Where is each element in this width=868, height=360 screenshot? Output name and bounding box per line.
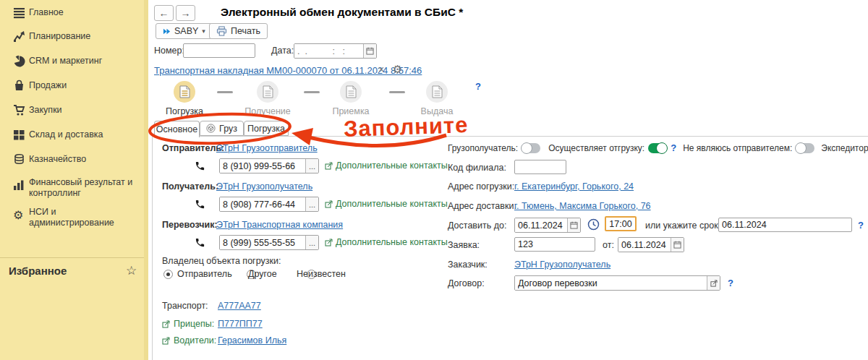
stepper-help-icon[interactable]: ?	[475, 81, 481, 92]
favorites-title: Избранное	[9, 265, 67, 277]
settings-gear-icon[interactable]: ⚙	[393, 63, 402, 76]
sidebar-item-label: Главное	[29, 7, 137, 18]
step-loading-icon[interactable]	[174, 81, 195, 103]
delivery-address-label: Адрес доставки:	[448, 201, 516, 211]
or-term-label: или укажите срок:	[645, 220, 720, 231]
receiver-label: Получатель:	[162, 181, 218, 192]
drivers-link[interactable]: Герасимов Илья	[218, 335, 286, 346]
carrier-contacts-link[interactable]: Дополнительные контакты	[336, 237, 448, 247]
receiver-link[interactable]: ЭТрН Грузополучатель	[216, 181, 312, 192]
owner-label: Владелец объекта погрузки:	[162, 256, 281, 266]
date-input-group	[294, 43, 377, 59]
or-term-input[interactable]	[718, 218, 852, 232]
ships-toggle[interactable]	[648, 143, 667, 153]
number-label: Номер:	[154, 46, 184, 56]
receiver-phone-input[interactable]	[220, 197, 305, 211]
contract-group	[514, 275, 720, 291]
radio-sender[interactable]	[163, 270, 173, 279]
calendar-icon[interactable]	[363, 44, 376, 58]
saby-icon	[163, 27, 171, 35]
request-number-input[interactable]	[514, 237, 595, 252]
carrier-link[interactable]: ЭТрН Транспортная компания	[216, 220, 343, 230]
consignee-toggle[interactable]	[522, 143, 540, 153]
tab-main[interactable]: Основное	[154, 121, 200, 137]
printer-icon	[216, 26, 227, 36]
tab-label: Основное	[156, 124, 197, 134]
gear-icon: ⚙	[13, 208, 25, 220]
receiver-contacts-link[interactable]: Дополнительные контакты	[336, 199, 448, 209]
sidebar-item-label: НСИ и администрирование	[29, 207, 137, 228]
sender-phone-input[interactable]	[220, 159, 305, 173]
contract-input[interactable]	[515, 276, 707, 290]
deliver-date-input[interactable]	[515, 218, 567, 232]
loading-address-link[interactable]: г. Екатеринбург, Горького, 24	[514, 181, 634, 192]
ellipsis-button[interactable]: ...	[305, 159, 318, 173]
saby-menu-button[interactable]: SABY ▾	[156, 23, 213, 39]
sidebar-item-label: Склад и доставка	[29, 129, 137, 140]
help-icon[interactable]: ?	[728, 278, 733, 288]
calendar-icon[interactable]	[567, 218, 580, 232]
step-receiving-icon[interactable]	[257, 81, 278, 103]
trailers-label-link[interactable]: Прицепы:	[174, 319, 214, 329]
divider	[0, 257, 148, 258]
phone-icon	[195, 199, 205, 210]
number-input[interactable]	[183, 43, 255, 58]
tab-loading[interactable]: Погрузка	[244, 121, 289, 136]
not-sender-toggle[interactable]	[796, 143, 814, 153]
coins-icon	[13, 153, 25, 166]
ellipsis-button[interactable]: ...	[305, 236, 318, 249]
drivers-label-link[interactable]: Водители:	[174, 335, 216, 346]
help-icon[interactable]: ?	[671, 142, 676, 153]
planning-icon	[13, 30, 25, 43]
saby-label: SABY	[174, 26, 198, 36]
clock-icon[interactable]	[587, 218, 600, 231]
phone-icon	[195, 160, 205, 171]
bar-chart-icon	[13, 179, 25, 192]
customer-link[interactable]: ЭТрН Грузополучатель	[514, 260, 610, 270]
transport-label: Транспорт:	[162, 301, 208, 311]
toggles-row: Грузополучатель: Осуществляет отгрузку: …	[448, 142, 866, 153]
ellipsis-button[interactable]: ...	[305, 197, 318, 211]
consignee-label: Грузополучатель:	[448, 143, 518, 153]
step-label-acceptance: Приемка	[332, 106, 369, 116]
tab-cargo[interactable]: Груз	[200, 121, 244, 136]
sender-link[interactable]: ЭТрН Грузоотправитель	[216, 143, 318, 153]
branch-code-label: Код филиала:	[448, 163, 506, 173]
deliver-date-group	[514, 218, 581, 233]
carrier-phone-input[interactable]	[220, 236, 305, 249]
date-input[interactable]	[294, 44, 363, 58]
not-sender-label: Не являюсь отправителем:	[683, 143, 792, 153]
forward-button[interactable]: →	[176, 5, 195, 21]
branch-code-input[interactable]	[514, 160, 566, 174]
main-area: ← → Электронный обмен документами в СБиС…	[148, 0, 868, 360]
transport-link[interactable]: А777АА77	[218, 301, 261, 311]
sidebar: Главное Планирование CRM и маркетинг Про…	[0, 0, 148, 360]
close-icon[interactable]: ×	[378, 64, 384, 75]
request-date-input[interactable]	[618, 238, 671, 252]
sidebar-item-label: Финансовый результат и контроллинг	[29, 177, 137, 199]
sidebar-item-label: CRM и маркетинг	[29, 56, 137, 67]
step-issue-icon[interactable]	[426, 81, 448, 103]
star-icon[interactable]: ☆	[126, 263, 137, 278]
deliver-time-input[interactable]	[605, 216, 637, 231]
delivery-address-link[interactable]: г. Тюмень, Максима Горького, 76	[514, 201, 651, 211]
help-icon[interactable]: ?	[858, 220, 864, 231]
date-label: Дата:	[271, 46, 294, 56]
step-acceptance-icon[interactable]	[340, 81, 362, 103]
menu-icon	[13, 7, 25, 19]
radio-unknown-label: Неизвестен	[297, 269, 346, 279]
sender-contacts-link[interactable]: Дополнительные контакты	[336, 160, 448, 171]
sidebar-item-label: Закупки	[29, 105, 137, 116]
open-link-icon[interactable]	[707, 276, 720, 290]
calendar-icon[interactable]	[671, 238, 684, 252]
step-connector	[217, 91, 233, 93]
step-label-loading: Погрузка	[166, 106, 203, 116]
bag-icon	[13, 80, 25, 92]
back-button[interactable]: ←	[154, 5, 174, 21]
tab-label: Груз	[219, 124, 237, 134]
grid-icon	[13, 129, 25, 141]
sender-label: Отправитель:	[162, 143, 224, 153]
print-button[interactable]: Печать	[209, 23, 268, 39]
trailers-link[interactable]: П777ПП77	[218, 319, 263, 329]
step-label-receiving: Получение	[244, 106, 291, 116]
